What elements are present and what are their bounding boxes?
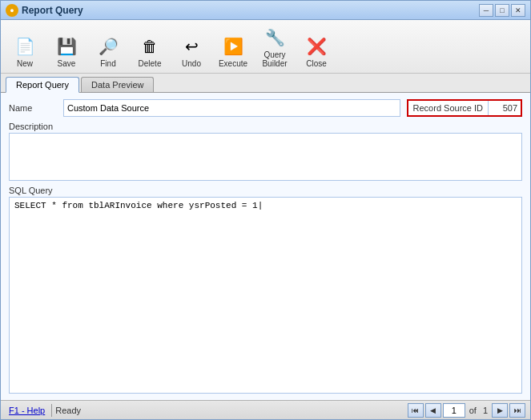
status-text: Ready	[55, 406, 407, 415]
delete-button[interactable]: 🗑 Delete	[131, 32, 169, 70]
close-button[interactable]: ❌ Close	[297, 32, 336, 70]
find-button[interactable]: 🔎 Find	[89, 32, 127, 70]
tab-data-preview[interactable]: Data Preview	[81, 77, 154, 92]
new-icon: 📄	[12, 34, 38, 59]
help-link[interactable]: F1 - Help	[6, 406, 48, 415]
sql-section: SQL Query	[9, 186, 522, 394]
description-label: Description	[9, 122, 522, 131]
find-icon: 🔎	[95, 34, 121, 59]
main-window: ● Report Query ─ □ ✕ 📄 New 💾 Save 🔎 Find…	[0, 0, 531, 420]
undo-icon: ↩	[179, 34, 204, 59]
tab-report-query[interactable]: Report Query	[6, 77, 79, 93]
sql-label: SQL Query	[9, 186, 522, 195]
delete-label: Delete	[139, 59, 162, 68]
query-builder-label: Query Builder	[257, 50, 292, 68]
title-bar: ● Report Query ─ □ ✕	[1, 1, 530, 20]
execute-icon: ▶️	[220, 34, 246, 59]
close-label: Close	[306, 59, 327, 68]
toolbar: 📄 New 💾 Save 🔎 Find 🗑 Delete ↩ Undo ▶️ E…	[1, 20, 530, 74]
delete-icon: 🗑	[137, 34, 163, 59]
close-window-button[interactable]: ✕	[511, 4, 525, 17]
nav-prev-button[interactable]: ◀	[425, 403, 441, 418]
record-source-value: 507	[489, 103, 521, 113]
window-title: Report Query	[22, 5, 479, 16]
content-area: Name Record Source ID 507 Description SQ…	[1, 93, 530, 400]
status-bar: F1 - Help Ready ⏮ ◀ of 1 ▶ ⏭	[1, 400, 530, 419]
execute-label: Execute	[219, 59, 247, 68]
undo-button[interactable]: ↩ Undo	[172, 32, 211, 70]
query-builder-button[interactable]: 🔧 Query Builder	[255, 23, 294, 70]
name-input[interactable]	[63, 99, 400, 117]
new-label: New	[17, 59, 33, 68]
description-textarea[interactable]	[9, 133, 522, 181]
find-label: Find	[100, 59, 115, 68]
minimize-button[interactable]: ─	[479, 4, 493, 17]
page-total: 1	[481, 406, 490, 415]
record-source-label: Record Source ID	[408, 101, 489, 115]
description-section: Description	[9, 122, 522, 181]
nav-first-button[interactable]: ⏮	[408, 403, 424, 418]
description-wrapper	[9, 133, 522, 181]
close-icon: ❌	[304, 34, 329, 59]
save-icon: 💾	[54, 34, 79, 59]
nav-controls: ⏮ ◀ of 1 ▶ ⏭	[408, 403, 525, 418]
page-input[interactable]	[443, 403, 465, 418]
nav-next-button[interactable]: ▶	[492, 403, 508, 418]
execute-button[interactable]: ▶️ Execute	[214, 32, 252, 70]
save-label: Save	[58, 59, 76, 68]
undo-label: Undo	[182, 59, 201, 68]
maximize-button[interactable]: □	[495, 4, 509, 17]
record-source-box: Record Source ID 507	[407, 99, 522, 117]
page-of-text: of	[467, 406, 479, 415]
name-row: Name Record Source ID 507	[9, 99, 522, 117]
sql-textarea[interactable]	[9, 197, 522, 394]
tab-bar: Report Query Data Preview	[1, 74, 530, 93]
new-button[interactable]: 📄 New	[6, 32, 44, 70]
status-separator-1	[51, 404, 52, 417]
name-label: Name	[9, 103, 57, 113]
window-icon: ●	[6, 4, 18, 17]
nav-last-button[interactable]: ⏭	[509, 403, 525, 418]
sql-textarea-wrapper	[9, 197, 522, 394]
save-button[interactable]: 💾 Save	[47, 32, 86, 70]
query-builder-icon: 🔧	[262, 25, 288, 50]
title-bar-buttons: ─ □ ✕	[479, 4, 525, 17]
